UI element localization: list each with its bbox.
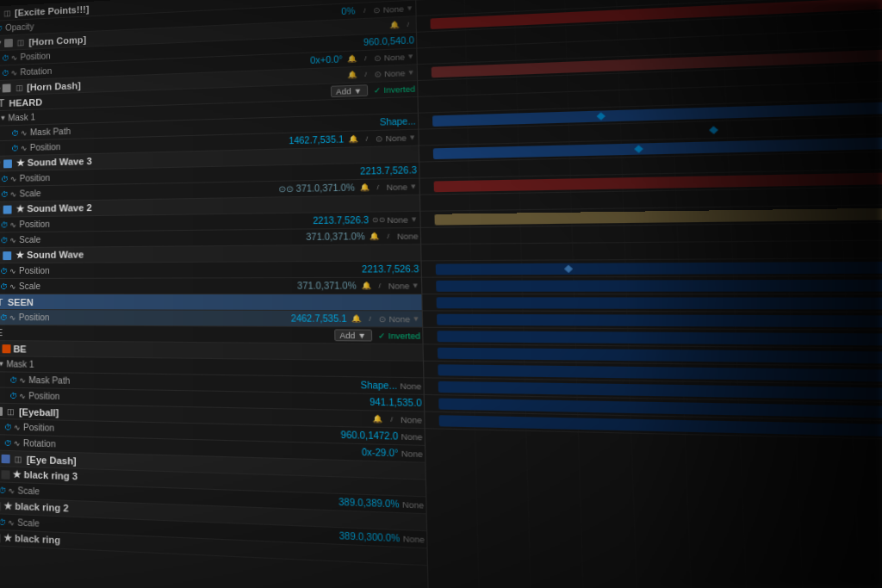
stopwatch-icon: ⏱ bbox=[11, 128, 19, 137]
prop-name: BE bbox=[0, 328, 331, 340]
track-bar bbox=[437, 297, 882, 310]
inverted-label: ✓ Inverted bbox=[378, 331, 420, 340]
curve-icon: ∿ bbox=[9, 282, 16, 290]
curve-icon: ∿ bbox=[9, 267, 16, 275]
stopwatch-icon: ⏱ bbox=[1, 220, 9, 229]
layer-type-icon: T bbox=[0, 97, 8, 109]
layer-row-selected[interactable]: 13 T SEEN bbox=[0, 294, 422, 311]
property-row[interactable]: ⏱ ∿ Scale 371.0,371.0% 🔔 / None ▼ bbox=[0, 278, 421, 294]
none-label: ⊙ None bbox=[379, 314, 411, 324]
layer-color bbox=[3, 251, 11, 260]
prop-icons: 🔔 / bbox=[360, 280, 386, 291]
curve-icon: ∿ bbox=[9, 236, 16, 244]
stopwatch-icon: ⏱ bbox=[0, 282, 8, 291]
prop-icons: 🔔 / bbox=[351, 313, 376, 325]
stopwatch-icon: ⏱ bbox=[0, 313, 8, 321]
stopwatch-icon: ⏱ bbox=[11, 144, 19, 152]
stopwatch-icon: ⏱ bbox=[1, 189, 9, 198]
prop-name: Position bbox=[19, 313, 288, 324]
timeline-panel bbox=[416, 0, 882, 588]
prop-value: 2213.7,526.3 bbox=[362, 264, 419, 275]
expand-icon: ▼ bbox=[0, 251, 1, 259]
after-effects-panel: ▶ ◫ [Excite Points!!!] 🔔 / None ▼ ⏱ Opac… bbox=[0, 0, 882, 588]
property-row-selected[interactable]: ⏱ ∿ Position 2462.7,535.1 🔔 / ⊙ None ▼ bbox=[0, 310, 422, 328]
prop-value: 371.0,371.0% bbox=[306, 232, 365, 242]
layer-name: SEEN bbox=[8, 297, 419, 308]
expand-icon: ▼ bbox=[0, 206, 2, 214]
dropdown-icon: ▼ bbox=[412, 315, 419, 324]
dropdown-icon: ▼ bbox=[412, 282, 419, 290]
expand-icon: ▼ bbox=[0, 115, 6, 122]
add-button[interactable]: Add ▼ bbox=[334, 329, 373, 341]
stopwatch-icon: ⏱ bbox=[2, 69, 9, 77]
stopwatch-icon: ⏱ bbox=[0, 267, 8, 275]
prop-name: Position bbox=[19, 264, 358, 275]
track-bar bbox=[437, 314, 882, 329]
stopwatch-icon: ⏱ bbox=[0, 236, 8, 244]
layer-color bbox=[3, 205, 12, 214]
timeline-track bbox=[422, 294, 882, 313]
track-bar bbox=[436, 260, 882, 275]
stopwatch-icon: ⏱ bbox=[1, 175, 9, 183]
layer-type-icon: T bbox=[0, 295, 6, 307]
none-label: None bbox=[397, 232, 419, 241]
prop-value: 371.0,371.0% bbox=[297, 281, 357, 291]
track-bar bbox=[436, 279, 882, 292]
timeline-track bbox=[422, 275, 882, 294]
prop-name: Scale bbox=[19, 281, 294, 291]
prop-value: 2462.7,535.1 bbox=[291, 313, 347, 324]
curve-icon: ∿ bbox=[9, 220, 16, 229]
screen-container: ▶ ◫ [Excite Points!!!] 🔔 / None ▼ ⏱ Opac… bbox=[0, 0, 882, 588]
none-label: None bbox=[388, 281, 410, 290]
layers-panel: ▶ ◫ [Excite Points!!!] 🔔 / None ▼ ⏱ Opac… bbox=[0, 0, 429, 588]
expand-icon: ▼ bbox=[0, 160, 2, 168]
curve-icon: ∿ bbox=[9, 313, 16, 322]
